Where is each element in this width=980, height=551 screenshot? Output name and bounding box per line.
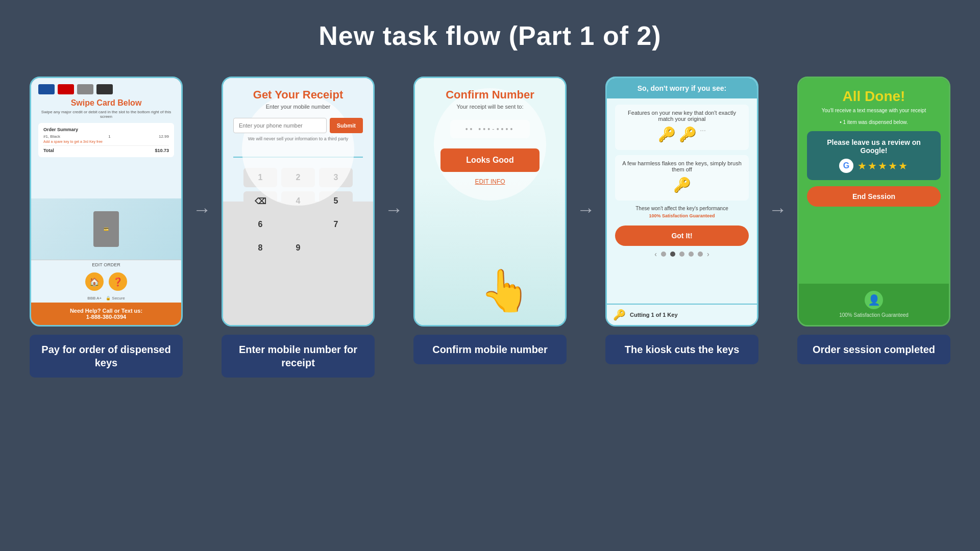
- step-5-title: All Done!: [843, 88, 905, 105]
- step-2-phone-frame: Get Your Receipt Enter your mobile numbe…: [222, 77, 375, 327]
- arrow-1: →: [193, 199, 211, 220]
- got-it-button[interactable]: Got It!: [615, 226, 749, 246]
- step-4-section-1-text: Features on your new key that don't exac…: [620, 110, 744, 122]
- edit-info-link[interactable]: EDIT INFO: [475, 178, 505, 185]
- step-2-screen: Get Your Receipt Enter your mobile numbe…: [223, 78, 373, 325]
- key-icon-2: 🔑: [679, 126, 697, 143]
- swipe-area: 💳: [31, 198, 181, 260]
- end-session-button[interactable]: End Session: [807, 186, 941, 207]
- step-4-screen: So, don't worry if you see: Features on …: [607, 78, 757, 325]
- step-4-caption: The kiosk cuts the keys: [605, 335, 758, 364]
- step-3-screen: Confirm Number Your receipt will be sent…: [415, 78, 565, 325]
- step-4-caption-text: The kiosk cuts the keys: [625, 344, 740, 355]
- order-promo: Add a spare key to get a 3rd Key free: [43, 140, 169, 143]
- arrow-1-wrapper: →: [193, 77, 211, 220]
- keypad-6[interactable]: 6: [243, 215, 277, 234]
- finger-pointer-icon: 👆: [480, 267, 531, 315]
- arrow-3-wrapper: →: [577, 77, 595, 220]
- step-3-phone-frame: Confirm Number Your receipt will be sent…: [413, 77, 567, 327]
- keypad-empty2: [319, 238, 353, 258]
- order-summary-title: Order Summary: [43, 127, 169, 132]
- card-reader-icon: 💳: [93, 211, 119, 247]
- step-2-subtitle: Enter your mobile number: [266, 104, 331, 110]
- step-4-section-1: Features on your new key that don't exac…: [615, 105, 749, 150]
- next-arrow[interactable]: ›: [707, 250, 709, 258]
- dot-4: [689, 252, 694, 257]
- step-1-order-summary: Order Summary #1, Black 1 12.99 Add a sp…: [38, 123, 174, 157]
- page-title: New task flow (Part 1 of 2): [318, 20, 661, 51]
- item-label: #1, Black: [43, 134, 60, 139]
- step-4-section-2: A few harmless flakes on the keys, simpl…: [615, 155, 749, 201]
- arrow-4-wrapper: →: [769, 77, 787, 220]
- submit-button[interactable]: Submit: [330, 118, 363, 133]
- key-icon-3: 🔑: [673, 177, 691, 193]
- step-1-wrapper: Swipe Card Below Swipe any major credit …: [19, 77, 193, 378]
- step-1-subtitle: Swipe any major credit or debit card in …: [38, 110, 174, 119]
- phone-number-input[interactable]: [233, 118, 327, 133]
- visa-icon: [38, 84, 55, 94]
- step-3-wrapper: Confirm Number Your receipt will be sent…: [403, 77, 577, 364]
- dot-2: [670, 252, 675, 257]
- prev-arrow[interactable]: ‹: [654, 250, 657, 258]
- order-row: #1, Black 1 12.99: [43, 134, 169, 139]
- step-4-wrapper: So, don't worry if you see: Features on …: [595, 77, 769, 364]
- google-icon: G: [839, 159, 853, 173]
- looks-good-button[interactable]: Looks Good: [440, 148, 539, 172]
- step-2-caption-text: Enter mobile number for receipt: [239, 344, 357, 368]
- step-2-oval: [242, 93, 354, 206]
- google-rating-row: G ★★★★★: [814, 159, 934, 173]
- keypad-empty1: [281, 215, 315, 234]
- arrow-2: →: [385, 199, 403, 220]
- step-3-caption: Confirm mobile number: [413, 335, 567, 364]
- keypad-7[interactable]: 7: [319, 215, 353, 234]
- trust-icons-row: BBB A+ 🔒 Secure: [31, 294, 181, 303]
- flow-container: Swipe Card Below Swipe any major credit …: [31, 77, 949, 378]
- total-price: $10.73: [155, 148, 169, 153]
- amex-icon: [96, 84, 113, 94]
- step-2-privacy: We will never sell your information to a…: [248, 136, 348, 141]
- item-qty: 1: [108, 134, 110, 139]
- step-1-title: Swipe Card Below: [38, 98, 174, 108]
- discover-icon: [77, 84, 93, 94]
- key-icons-2: 🔑: [620, 177, 744, 193]
- home-btn[interactable]: 🏠: [85, 272, 104, 291]
- step-5-caption-text: Order session completed: [813, 344, 935, 355]
- step-5-screen: All Done! You'll receive a text message …: [799, 78, 949, 325]
- keypad-8[interactable]: 8: [243, 238, 277, 258]
- step-5-wrapper: All Done! You'll receive a text message …: [787, 77, 961, 364]
- step-5-review-text: Please leave us a review on Google!: [814, 138, 934, 155]
- step-5-caption: Order session completed: [797, 335, 950, 364]
- step-4-section-2-text: A few harmless flakes on the keys, simpl…: [620, 160, 744, 172]
- step-1-top: Swipe Card Below Swipe any major credit …: [31, 78, 181, 198]
- step-4-phone-frame: So, don't worry if you see: Features on …: [605, 77, 758, 327]
- order-total-row: Total $10.73: [43, 145, 169, 153]
- step-1-screen: Swipe Card Below Swipe any major credit …: [31, 78, 181, 325]
- step-2-title: Get Your Receipt: [253, 88, 343, 102]
- mastercard-icon: [58, 84, 74, 94]
- step-1-caption: Pay for order of dispensed keys: [30, 335, 183, 378]
- step-1-phone-frame: Swipe Card Below Swipe any major credit …: [30, 77, 183, 327]
- satisfaction-text: 100% Satisfaction Guaranteed: [839, 312, 909, 318]
- star-rating: ★★★★★: [857, 160, 909, 172]
- step-2-wrapper: Get Your Receipt Enter your mobile numbe…: [211, 77, 385, 378]
- step-5-review-box: Please leave us a review on Google! G ★★…: [807, 131, 941, 180]
- step-5-bottom: 👤 100% Satisfaction Guaranteed: [799, 284, 949, 325]
- step-1-card-icons: [38, 84, 174, 94]
- edit-order-btn[interactable]: EDIT ORDER: [31, 260, 181, 269]
- secure-text: 🔒 Secure: [106, 296, 125, 300]
- step-2-caption: Enter mobile number for receipt: [222, 335, 375, 378]
- step-3-title: Confirm Number: [446, 88, 534, 102]
- help-btn[interactable]: ❓: [109, 272, 127, 291]
- help-text: Need Help? Call or Text us:: [36, 308, 176, 314]
- step-4-section-3-text: These won't affect the key's performance: [615, 206, 749, 211]
- step-5-top: All Done! You'll receive a text message …: [799, 78, 949, 284]
- keypad-9[interactable]: 9: [281, 238, 315, 258]
- arrow-3: →: [577, 199, 595, 220]
- step-5-phone-frame: All Done! You'll receive a text message …: [797, 77, 950, 327]
- help-bar: Need Help? Call or Text us: 1-888-380-03…: [31, 303, 181, 325]
- item-price: 12.99: [159, 134, 169, 139]
- avatar-icon: 👤: [865, 291, 883, 309]
- phone-number: 1-888-380-0394: [36, 314, 176, 320]
- arrow-2-wrapper: →: [385, 77, 403, 220]
- step-4-header: So, don't worry if you see:: [607, 78, 757, 98]
